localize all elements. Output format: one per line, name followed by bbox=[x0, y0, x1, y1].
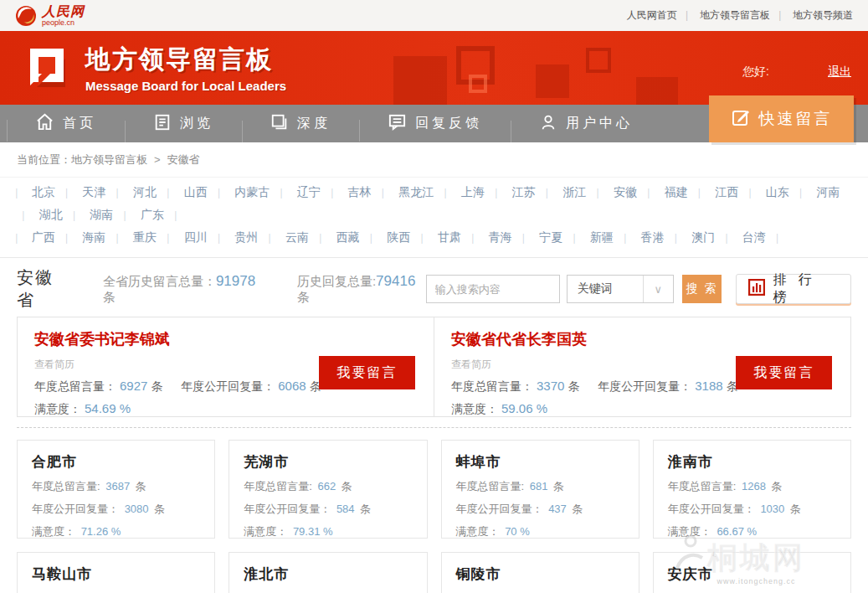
city-card[interactable]: 马鞍山市 年度总留言量: 271 条 年度公开回复量： 263 条 满意度： bbox=[17, 552, 215, 593]
main-nav: 首页 浏览 深度 回复反馈 用户中心 bbox=[0, 105, 868, 142]
province-link[interactable]: 辽宁 bbox=[297, 185, 337, 199]
unit-label: 条 bbox=[553, 480, 564, 492]
nav-item-feedback[interactable]: 回复反馈 bbox=[359, 112, 511, 135]
province-link[interactable]: 台湾 bbox=[742, 230, 783, 244]
city-replies-value: 3080 bbox=[125, 503, 149, 515]
keyword-select-value: 关键词 bbox=[568, 281, 643, 296]
city-replies-label: 年度公开回复量： bbox=[32, 503, 119, 515]
total-replies-unit: 条 bbox=[297, 290, 310, 304]
city-card[interactable]: 淮北市 年度总留言量: 1397 条 年度公开回复量： 1200 条 满意度： bbox=[229, 552, 427, 593]
province-link[interactable]: 陕西 bbox=[387, 230, 427, 244]
nav-item-user-center[interactable]: 用户中心 bbox=[511, 113, 661, 135]
search-input[interactable] bbox=[426, 275, 560, 303]
greeting-text: 您好: bbox=[742, 64, 769, 80]
nav-item-browse[interactable]: 浏览 bbox=[125, 113, 242, 135]
city-card[interactable]: 芜湖市 年度总留言量: 662 条 年度公开回复量： 584 条 满意度： 79… bbox=[229, 440, 427, 539]
province-link[interactable]: 山西 bbox=[184, 185, 224, 199]
logout-link[interactable]: 退出 bbox=[828, 64, 851, 80]
quick-message-button[interactable]: 快速留言 bbox=[709, 95, 854, 142]
city-card[interactable]: 蚌埠市 年度总留言量: 681 条 年度公开回复量： 437 条 满意度： 70… bbox=[441, 440, 639, 539]
province-link[interactable]: 江苏 bbox=[512, 185, 552, 199]
top-link-message-board[interactable]: 地方领导留言板 bbox=[700, 9, 790, 21]
province-link[interactable]: 重庆 bbox=[133, 230, 173, 244]
nav-item-depth[interactable]: 深度 bbox=[242, 113, 359, 135]
province-link[interactable]: 内蒙古 bbox=[234, 185, 286, 199]
top-links: 人民网首页 地方领导留言板 地方领导频道 bbox=[627, 8, 853, 23]
city-satisfaction-line: 满意度： 70 % bbox=[456, 524, 624, 539]
province-link[interactable]: 黑龙江 bbox=[398, 185, 450, 199]
unit-label: 条 bbox=[568, 379, 579, 393]
top-link-people-home[interactable]: 人民网首页 bbox=[627, 9, 697, 21]
city-card[interactable]: 淮南市 年度总留言量: 1268 条 年度公开回复量： 1030 条 满意度： … bbox=[653, 440, 851, 539]
city-name: 蚌埠市 bbox=[456, 452, 624, 472]
unit-label: 条 bbox=[154, 503, 165, 515]
leader-title[interactable]: 安徽省委书记李锦斌 bbox=[34, 329, 417, 349]
city-card[interactable]: 合肥市 年度总留言量: 3687 条 年度公开回复量： 3080 条 满意度： … bbox=[17, 440, 215, 539]
province-link[interactable]: 湖北 bbox=[39, 208, 80, 221]
ranking-button[interactable]: 排 行 榜 bbox=[736, 274, 851, 304]
province-link[interactable]: 香港 bbox=[641, 230, 681, 244]
breadcrumb-site-link[interactable]: 地方领导留言板 bbox=[71, 152, 147, 168]
city-replies-line: 年度公开回复量： 3080 条 bbox=[32, 502, 200, 517]
top-link-leaders-channel[interactable]: 地方领导频道 bbox=[793, 9, 853, 21]
leave-message-button[interactable]: 我要留言 bbox=[319, 356, 415, 389]
city-satisfaction-label: 满意度： bbox=[668, 525, 711, 538]
province-link[interactable]: 四川 bbox=[184, 230, 224, 244]
city-card[interactable]: 安庆市 年度总留言量: 1677 条 年度公开回复量： 1538 条 满意度： bbox=[653, 552, 851, 593]
site-subtitle: Message Board for Local Leaders bbox=[85, 79, 286, 93]
unit-label: 条 bbox=[790, 503, 801, 515]
province-stats-row: 安徽省 全省历史留言总量：91978条 历史回复总量:79416条 关键词 ∨ … bbox=[0, 271, 868, 307]
leader-replies-value: 3188 bbox=[695, 379, 722, 393]
banner-deco-square bbox=[636, 77, 678, 105]
banner-deco-square bbox=[393, 56, 447, 105]
city-card[interactable]: 铜陵市 年度总留言量: 758 条 年度公开回复量： 663 条 满意度： bbox=[441, 552, 639, 593]
province-link[interactable]: 安徽 bbox=[614, 185, 654, 199]
total-messages-unit: 条 bbox=[103, 290, 116, 304]
satisfaction-value: 54.69 % bbox=[85, 401, 131, 415]
province-link[interactable]: 福建 bbox=[665, 185, 705, 199]
province-link[interactable]: 甘肃 bbox=[438, 230, 478, 244]
leader-messages-value: 3370 bbox=[537, 379, 564, 393]
province-link[interactable]: 澳门 bbox=[691, 230, 732, 244]
province-link[interactable]: 青海 bbox=[489, 230, 529, 244]
province-link[interactable]: 山东 bbox=[766, 185, 806, 199]
people-cn-logo[interactable]: 人民网 people.cn bbox=[15, 5, 85, 27]
city-name: 芜湖市 bbox=[244, 452, 412, 472]
province-nav: 北京 天津 河北 山西 内蒙古 辽宁 吉林 黑龙江 上海 江苏 浙江 安徽 福建… bbox=[0, 178, 868, 258]
bar-chart-icon bbox=[748, 279, 765, 299]
province-link[interactable]: 云南 bbox=[285, 230, 326, 244]
province-link[interactable]: 河北 bbox=[133, 185, 173, 199]
unit-label: 条 bbox=[151, 379, 162, 393]
city-messages-label: 年度总留言量: bbox=[32, 480, 100, 492]
nav-item-label: 首页 bbox=[63, 115, 96, 132]
province-link[interactable]: 宁夏 bbox=[539, 230, 579, 244]
city-replies-value: 584 bbox=[336, 503, 355, 515]
satisfaction-label: 满意度： bbox=[451, 402, 498, 415]
province-link[interactable]: 天津 bbox=[82, 185, 122, 199]
province-link[interactable]: 江西 bbox=[715, 185, 755, 199]
dashed-divider bbox=[17, 427, 851, 428]
unit-label: 条 bbox=[772, 480, 783, 492]
people-cn-logo-cn: 人民网 bbox=[42, 4, 85, 18]
province-link[interactable]: 湖南 bbox=[90, 208, 130, 221]
province-link[interactable]: 海南 bbox=[82, 230, 122, 244]
nav-item-label: 浏览 bbox=[180, 115, 213, 132]
city-replies-value: 1030 bbox=[760, 503, 784, 515]
nav-item-home[interactable]: 首页 bbox=[7, 112, 125, 135]
province-link[interactable]: 浙江 bbox=[562, 185, 603, 199]
keyword-select[interactable]: 关键词 ∨ bbox=[567, 275, 674, 303]
province-link[interactable]: 西藏 bbox=[336, 230, 377, 244]
province-link[interactable]: 新疆 bbox=[590, 230, 630, 244]
total-messages-stat: 全省历史留言总量：91978条 bbox=[103, 273, 265, 306]
province-link[interactable]: 贵州 bbox=[234, 230, 275, 244]
province-link[interactable]: 广西 bbox=[32, 230, 72, 244]
province-link[interactable]: 吉林 bbox=[348, 185, 388, 199]
province-link[interactable]: 上海 bbox=[461, 185, 501, 199]
people-cn-logo-icon bbox=[15, 5, 37, 27]
leader-title[interactable]: 安徽省代省长李国英 bbox=[451, 329, 834, 349]
province-link[interactable]: 北京 bbox=[32, 185, 72, 199]
search-button[interactable]: 搜 索 bbox=[682, 275, 722, 303]
leave-message-button[interactable]: 我要留言 bbox=[736, 356, 832, 389]
province-link[interactable]: 广东 bbox=[141, 208, 181, 221]
city-messages-label: 年度总留言量: bbox=[668, 480, 737, 492]
